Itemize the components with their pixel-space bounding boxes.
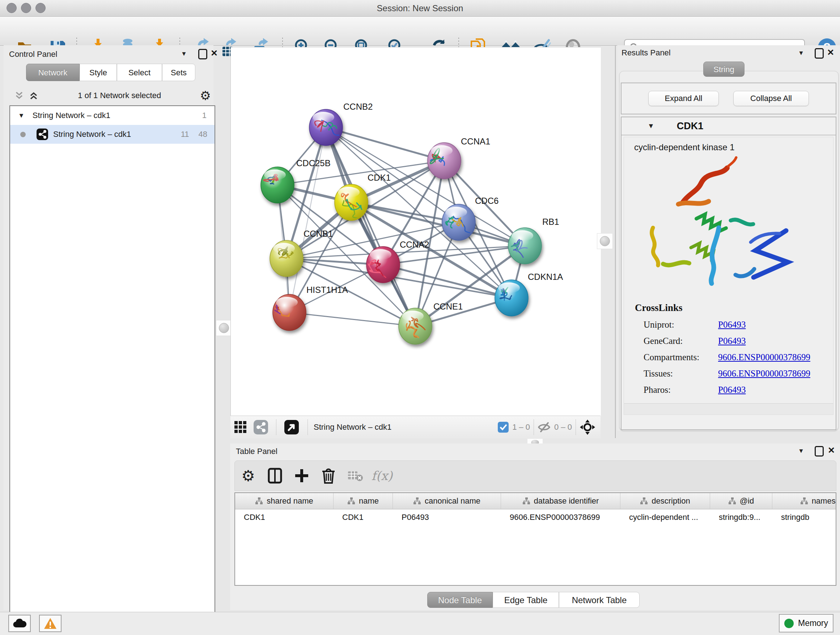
table-tabs: Node Table Edge Table Network Table: [427, 592, 639, 608]
hidden-eye-icon[interactable]: [538, 422, 551, 432]
results-panel: Results Panel ▼ ✕ String Expand All Coll…: [617, 45, 840, 431]
protein-node-CDC25B[interactable]: CDC25B: [261, 158, 331, 203]
tab-edge-table[interactable]: Edge Table: [493, 592, 559, 608]
selected-checkbox-icon[interactable]: [498, 422, 508, 432]
tab-string[interactable]: String: [703, 62, 745, 77]
node-label: CCNB2: [343, 102, 373, 111]
column-header-namespace[interactable]: namespace: [772, 493, 836, 509]
memory-button[interactable]: Memory: [779, 614, 834, 632]
pan-move-icon[interactable]: [579, 419, 595, 435]
expand-collapse-bar: Expand All Collapse All: [621, 82, 836, 114]
tab-sets[interactable]: Sets: [162, 64, 195, 81]
open-in-window-icon[interactable]: [281, 415, 302, 440]
column-header-shared-name[interactable]: shared name: [235, 493, 333, 509]
panel-divider: [615, 45, 616, 438]
node-table[interactable]: shared namenamecanonical namedatabase id…: [234, 492, 836, 586]
memory-status-icon: [784, 619, 794, 628]
table-panel-close-icon[interactable]: ✕: [828, 445, 835, 455]
network-row-label: String Network – cdk1: [53, 130, 131, 139]
collapse-entry-icon[interactable]: ▼: [647, 122, 654, 130]
tab-node-table[interactable]: Node Table: [427, 592, 493, 608]
crosslink-value[interactable]: P06493: [718, 336, 745, 346]
cloud-icon: [13, 619, 27, 628]
table-row[interactable]: CDK1CDK1P064939606.ENSP00000378699cyclin…: [235, 509, 836, 525]
protein-node-CCNA1[interactable]: CCNA1: [428, 136, 490, 179]
network-canvas[interactable]: CCNB2CCNA1CDC25BCDK1CDC6RB1CCNB1CCNA2CDK…: [231, 47, 601, 416]
crosslink-label: Compartments:: [644, 352, 718, 363]
footer-separator: [576, 419, 576, 435]
table-body: CDK1CDK1P064939606.ENSP00000378699cyclin…: [235, 509, 836, 525]
clear-table-icon[interactable]: [342, 463, 369, 488]
results-panel-title: Results Panel: [622, 48, 671, 57]
protein-node-CCNE1[interactable]: CCNE1: [399, 302, 463, 344]
table-panel-undock-icon[interactable]: [815, 446, 824, 456]
tab-style[interactable]: Style: [80, 64, 117, 81]
column-type-icon: [347, 497, 355, 505]
node-name: CDK1: [677, 120, 704, 132]
network-selection-status: 1 of 1 Network selected: [39, 91, 200, 100]
tab-select[interactable]: Select: [117, 64, 162, 81]
network-share-icon[interactable]: [251, 415, 271, 440]
cytoscape-window: Session: New Session: [0, 0, 840, 635]
results-scrollbar-track[interactable]: [624, 403, 833, 415]
control-panel: Control Panel ▼ ✕ Network Style Select S…: [4, 45, 213, 610]
tab-network[interactable]: Network: [26, 64, 80, 81]
main-toolbar: ?: [0, 17, 840, 46]
crosslink-row: GeneCard:P06493: [644, 333, 833, 349]
cloud-button[interactable]: [8, 615, 31, 632]
gear-icon[interactable]: ⚙: [200, 88, 211, 103]
add-column-icon[interactable]: [288, 463, 315, 488]
left-splitter-handle[interactable]: [216, 320, 232, 336]
protein-node-RB1[interactable]: RB1: [508, 217, 559, 264]
column-type-icon: [800, 497, 808, 505]
protein-node-CDKN1A[interactable]: CDKN1A: [495, 272, 563, 316]
column-header-name[interactable]: name: [333, 493, 393, 509]
network-collection-row[interactable]: ▼ String Network – cdk1 1: [10, 106, 215, 125]
string-network-graph[interactable]: CCNB2CCNA1CDC25BCDK1CDC6RB1CCNB1CCNA2CDK…: [231, 48, 601, 416]
collapse-all-networks-icon[interactable]: [14, 90, 25, 101]
results-panel-menu-icon[interactable]: ▼: [798, 50, 804, 57]
memory-label: Memory: [798, 618, 828, 628]
table-gear-icon[interactable]: ⚙: [235, 463, 262, 488]
collapse-all-button[interactable]: Collapse All: [733, 91, 809, 106]
node-label: CDK1: [368, 173, 391, 182]
warning-button[interactable]: [39, 615, 62, 632]
network-tree: ▼ String Network – cdk1 1 String Network…: [9, 105, 215, 635]
columns-icon[interactable]: [262, 463, 288, 488]
protein-node-HIST1H1A[interactable]: HIST1H1A: [271, 285, 347, 331]
node-details-header[interactable]: ▼ CDK1: [622, 117, 836, 135]
tree-expand-icon[interactable]: ▼: [18, 112, 25, 119]
crosslink-label: Uniprot:: [644, 320, 718, 330]
column-header-database-identifier[interactable]: database identifier: [501, 493, 621, 509]
crosslink-row: Tissues:9606.ENSP00000378699: [644, 365, 833, 382]
column-header-description[interactable]: description: [621, 493, 710, 509]
control-panel-undock-icon[interactable]: [198, 49, 207, 59]
control-panel-menu-icon[interactable]: ▼: [181, 50, 187, 57]
results-panel-undock-icon[interactable]: [815, 48, 824, 59]
table-cell: stringdb: [772, 513, 836, 522]
crosslink-value[interactable]: 9606.ENSP00000378699: [718, 369, 810, 379]
expand-all-button[interactable]: Expand All: [648, 91, 719, 106]
warning-icon: [44, 618, 57, 629]
function-builder-icon: f(x): [369, 463, 395, 488]
table-panel-menu-icon[interactable]: ▼: [798, 448, 804, 455]
control-panel-close-icon[interactable]: ✕: [210, 48, 218, 58]
column-header-canonical-name[interactable]: canonical name: [393, 493, 501, 509]
results-panel-close-icon[interactable]: ✕: [827, 48, 834, 57]
delete-column-icon[interactable]: [315, 463, 342, 488]
crosslink-row: Compartments:9606.ENSP00000378699: [644, 349, 833, 365]
birdseye-grid-icon[interactable]: [231, 415, 251, 440]
crosslink-value[interactable]: P06493: [718, 385, 745, 395]
right-splitter-handle[interactable]: [597, 233, 613, 249]
protein-node-CCNB2[interactable]: CCNB2: [309, 102, 373, 146]
crosslink-value[interactable]: 9606.ENSP00000378699: [718, 352, 810, 363]
column-header--id[interactable]: @id: [710, 493, 772, 509]
expand-all-networks-icon[interactable]: [28, 90, 39, 101]
tab-network-table[interactable]: Network Table: [559, 592, 639, 608]
node-label: CCNA2: [400, 240, 429, 249]
network-row-selected[interactable]: String Network – cdk1 11 48: [10, 125, 215, 144]
crosslink-value[interactable]: P06493: [718, 320, 745, 330]
table-cell: 9606.ENSP00000378699: [501, 513, 621, 522]
selected-counts: 1 – 0: [512, 423, 530, 432]
crosslink-row: Uniprot:P06493: [644, 317, 833, 333]
